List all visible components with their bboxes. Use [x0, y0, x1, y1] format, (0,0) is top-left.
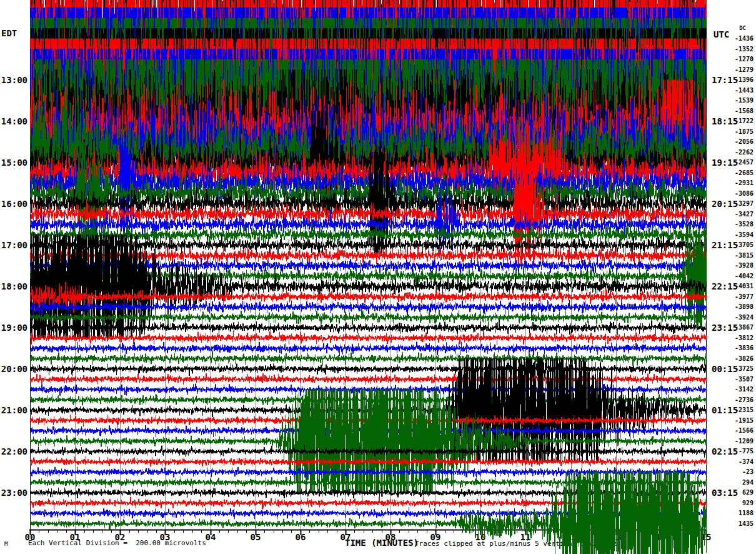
seismogram-canvas	[0, 0, 756, 554]
helicorder-page: { "header": { "date_line": "Mar 10, 2015…	[0, 0, 756, 554]
